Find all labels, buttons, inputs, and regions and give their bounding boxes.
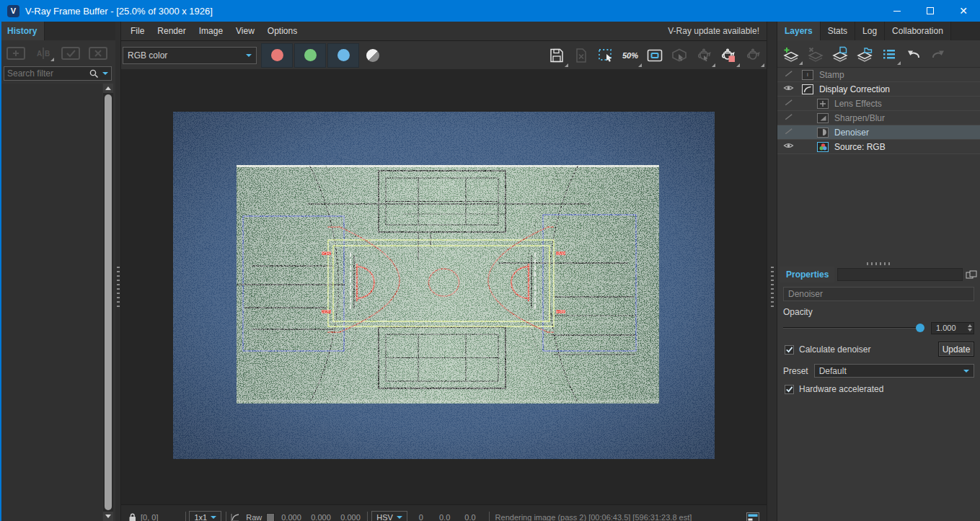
- opacity-spinner[interactable]: [968, 323, 972, 334]
- history-list[interactable]: [1, 84, 102, 521]
- layer-list-button[interactable]: [877, 43, 901, 66]
- render-caret: [761, 63, 764, 67]
- spin-down-icon: [968, 329, 972, 331]
- render-region-button[interactable]: [593, 43, 618, 68]
- menu-file[interactable]: File: [124, 22, 151, 40]
- rendered-image[interactable]: [173, 112, 715, 459]
- svg-text:A: A: [37, 50, 42, 58]
- mono-channel-button[interactable]: [361, 43, 385, 68]
- layer-name-field[interactable]: Denoiser: [783, 287, 974, 301]
- stop-render-button[interactable]: [716, 43, 741, 68]
- scroll-down-button[interactable]: [103, 512, 113, 521]
- opacity-value-box[interactable]: 1.000: [931, 322, 974, 334]
- maximize-button[interactable]: [914, 0, 947, 22]
- source-rgb-layer-icon: [817, 142, 829, 152]
- color-mode-value: HSV: [376, 513, 393, 521]
- green-channel-button[interactable]: [294, 43, 326, 68]
- color-mode-caret: [397, 516, 402, 519]
- layer-row-sharpen-blur[interactable]: Sharpen/Blur: [777, 111, 980, 125]
- remove-history-button[interactable]: [87, 45, 110, 62]
- layer-row-denoiser[interactable]: Denoiser: [777, 125, 980, 140]
- visibility-off-icon[interactable]: [783, 112, 794, 121]
- history-scrollbar[interactable]: [103, 84, 113, 521]
- history-search-box: [4, 66, 112, 81]
- tab-stats[interactable]: Stats: [821, 22, 855, 40]
- save-layers-button[interactable]: [828, 43, 852, 66]
- layer-row-lens-effects[interactable]: Lens Effects: [777, 97, 980, 111]
- left-splitter[interactable]: [115, 22, 121, 521]
- zoom-level-label: 50%: [622, 51, 638, 60]
- update-notice[interactable]: V-Ray update available!: [668, 26, 767, 36]
- menu-view[interactable]: View: [229, 22, 261, 40]
- tab-collaboration[interactable]: Collaboration: [885, 22, 951, 40]
- scroll-down-icon: [105, 515, 111, 518]
- set-a-button[interactable]: [59, 45, 82, 62]
- vray-frame-buffer-window: V V-Ray Frame Buffer - [25.0% of 3000 x …: [0, 0, 980, 521]
- save-image-button[interactable]: [544, 43, 569, 68]
- hsv-s-value: 0.0: [439, 513, 450, 521]
- calculate-denoiser-checkbox[interactable]: [785, 345, 794, 355]
- menubar: File Render Image View Options V-Ray upd…: [121, 22, 767, 40]
- color-mode-dropdown[interactable]: HSV: [371, 511, 407, 521]
- tab-layers[interactable]: Layers: [777, 22, 821, 40]
- layer-row-display-correction[interactable]: Display Correction: [777, 82, 980, 97]
- remove-history-icon: [88, 45, 108, 61]
- layer-row-source-rgb[interactable]: Source: RGB: [777, 140, 980, 154]
- zoom-level-button[interactable]: 50%: [618, 43, 643, 68]
- float-panel-icon[interactable]: [966, 270, 977, 279]
- channel-dropdown[interactable]: RGB color: [123, 47, 257, 64]
- ab-compare-button[interactable]: AB: [32, 45, 55, 62]
- layer-row-stamp[interactable]: i Stamp: [777, 68, 980, 82]
- search-input[interactable]: [7, 68, 89, 79]
- opacity-slider[interactable]: [783, 321, 924, 334]
- visibility-off-icon[interactable]: [783, 69, 794, 78]
- pick-object-button[interactable]: [667, 43, 692, 68]
- layers-panel: Layers Stats Log Collaboration: [777, 22, 980, 521]
- save-layers-icon: [831, 45, 849, 63]
- splitter-grip: [117, 267, 120, 307]
- redo-button[interactable]: [926, 43, 950, 66]
- properties-grip[interactable]: [867, 262, 891, 265]
- render-button[interactable]: [741, 43, 765, 68]
- add-to-history-button[interactable]: [4, 45, 27, 62]
- blue-channel-icon: [337, 49, 350, 61]
- separator: [226, 512, 226, 521]
- create-layer-button[interactable]: [779, 43, 803, 66]
- lock-icon[interactable]: [128, 512, 136, 521]
- curve-icon[interactable]: [230, 512, 240, 521]
- undo-button[interactable]: [901, 43, 926, 66]
- lens-effects-layer-icon: [817, 99, 829, 109]
- delete-layer-button[interactable]: [803, 43, 828, 66]
- load-layers-button[interactable]: [852, 43, 877, 66]
- update-button[interactable]: Update: [938, 342, 974, 357]
- menu-image[interactable]: Image: [193, 22, 229, 40]
- render-last-button[interactable]: [692, 43, 716, 68]
- search-filter-caret[interactable]: [102, 72, 108, 75]
- render-progress-icon[interactable]: [746, 512, 759, 521]
- stamp-layer-icon: i: [802, 70, 813, 80]
- render-canvas: [121, 69, 767, 504]
- visibility-off-icon[interactable]: [783, 127, 794, 135]
- properties-title: Properties: [780, 267, 834, 282]
- red-channel-button[interactable]: [261, 43, 293, 68]
- right-splitter[interactable]: [767, 22, 777, 521]
- fit-region-button[interactable]: [643, 43, 667, 68]
- scrollbar-thumb[interactable]: [105, 94, 112, 510]
- preset-dropdown[interactable]: Default: [814, 364, 974, 378]
- hardware-accelerated-checkbox[interactable]: [785, 385, 794, 394]
- close-button[interactable]: ✕: [947, 0, 980, 22]
- pixel-aspect-dropdown[interactable]: 1x1: [189, 511, 221, 521]
- scroll-up-button[interactable]: [103, 84, 113, 93]
- visibility-off-icon[interactable]: [783, 98, 794, 107]
- tab-log[interactable]: Log: [855, 22, 885, 40]
- opacity-slider-handle[interactable]: [916, 324, 924, 332]
- visibility-on-icon[interactable]: [783, 84, 794, 92]
- clear-image-button[interactable]: [569, 43, 593, 68]
- blue-channel-button[interactable]: [327, 43, 359, 68]
- menu-render[interactable]: Render: [151, 22, 192, 40]
- minimize-button[interactable]: [880, 0, 914, 22]
- opacity-slider-track: [783, 327, 924, 329]
- visibility-on-icon[interactable]: [783, 141, 794, 150]
- tab-history[interactable]: History: [0, 22, 45, 40]
- menu-options[interactable]: Options: [261, 22, 304, 40]
